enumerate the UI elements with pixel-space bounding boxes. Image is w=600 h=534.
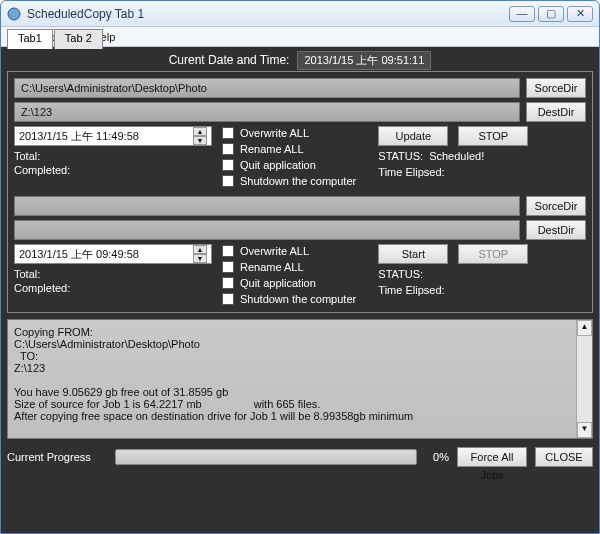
job2-shutdown-checkbox[interactable]: Shutdown the computer bbox=[222, 292, 370, 306]
svg-point-0 bbox=[8, 8, 20, 20]
scroll-down-icon[interactable]: ▼ bbox=[577, 422, 592, 438]
checkbox-icon bbox=[222, 277, 234, 289]
job2-source-path[interactable] bbox=[14, 196, 520, 216]
app-window: ScheduledCopy Tab 1 — ▢ ✕ File Options H… bbox=[0, 0, 600, 534]
job2-quit-checkbox[interactable]: Quit application bbox=[222, 276, 370, 290]
job1-destdir-button[interactable]: DestDir bbox=[526, 102, 586, 122]
job2-time-up-icon[interactable]: ▲ bbox=[193, 245, 207, 254]
maximize-button[interactable]: ▢ bbox=[538, 6, 564, 22]
job1-time-up-icon[interactable]: ▲ bbox=[193, 127, 207, 136]
job2-sourcedir-button[interactable]: SorceDir bbox=[526, 196, 586, 216]
job1-overwrite-checkbox[interactable]: Overwrite ALL bbox=[222, 126, 370, 140]
checkbox-icon bbox=[222, 175, 234, 187]
job2-completed-label: Completed: bbox=[14, 282, 212, 294]
close-window-button[interactable]: ✕ bbox=[567, 6, 593, 22]
job1-quit-checkbox[interactable]: Quit application bbox=[222, 158, 370, 172]
job2-dest-path[interactable] bbox=[14, 220, 520, 240]
job2-total-label: Total: bbox=[14, 268, 212, 280]
log-output[interactable]: Copying FROM: C:\Users\Administrator\Des… bbox=[7, 319, 593, 439]
tab-2[interactable]: Tab 2 bbox=[54, 29, 103, 49]
app-icon bbox=[7, 7, 21, 21]
datetime-row: Curent Date and Time: 2013/1/15 上午 09:51… bbox=[7, 49, 593, 71]
jobs-panel: C:\Users\Administrator\Desktop\Photo Sor… bbox=[7, 71, 593, 313]
job1-elapsed-label: Time Elipsed: bbox=[378, 166, 444, 178]
job1-time-down-icon[interactable]: ▼ bbox=[193, 136, 207, 145]
footer: Current Progress 0% Force All Jobs CLOSE bbox=[7, 447, 593, 467]
minimize-button[interactable]: — bbox=[509, 6, 535, 22]
job2-start-button[interactable]: Start bbox=[378, 244, 448, 264]
progress-bar bbox=[115, 449, 417, 465]
checkbox-icon bbox=[222, 127, 234, 139]
job2-rename-checkbox[interactable]: Rename ALL bbox=[222, 260, 370, 274]
job2-destdir-button[interactable]: DestDir bbox=[526, 220, 586, 240]
checkbox-icon bbox=[222, 245, 234, 257]
job2-overwrite-checkbox[interactable]: Overwrite ALL bbox=[222, 244, 370, 258]
datetime-value: 2013/1/15 上午 09:51:11 bbox=[297, 51, 431, 70]
close-button[interactable]: CLOSE bbox=[535, 447, 593, 467]
job1-shutdown-checkbox[interactable]: Shutdown the computer bbox=[222, 174, 370, 188]
tab-1[interactable]: Tab1 bbox=[7, 29, 53, 49]
progress-label: Current Progress bbox=[7, 451, 107, 463]
titlebar[interactable]: ScheduledCopy Tab 1 — ▢ ✕ bbox=[1, 1, 599, 27]
job1-status-value: Scheduled! bbox=[429, 150, 484, 162]
job2-elapsed-label: Time Elipsed: bbox=[378, 284, 444, 296]
job1-rename-checkbox[interactable]: Rename ALL bbox=[222, 142, 370, 156]
checkbox-icon bbox=[222, 159, 234, 171]
force-all-jobs-button[interactable]: Force All Jobs bbox=[457, 447, 527, 467]
log-scrollbar[interactable]: ▲ ▼ bbox=[576, 320, 592, 438]
job1-schedule-time[interactable]: 2013/1/15 上午 11:49:58 ▲ ▼ bbox=[14, 126, 212, 146]
job2-status-label: STATUS: bbox=[378, 268, 423, 280]
job1-source-path[interactable]: C:\Users\Administrator\Desktop\Photo bbox=[14, 78, 520, 98]
job1-schedule-time-value: 2013/1/15 上午 11:49:58 bbox=[19, 129, 139, 144]
job1-sourcedir-button[interactable]: SorceDir bbox=[526, 78, 586, 98]
scroll-up-icon[interactable]: ▲ bbox=[577, 320, 592, 336]
job1-total-label: Total: bbox=[14, 150, 212, 162]
job2-time-down-icon[interactable]: ▼ bbox=[193, 254, 207, 263]
job1-status-label: STATUS: bbox=[378, 150, 423, 162]
window-title: ScheduledCopy Tab 1 bbox=[27, 7, 144, 21]
job1-completed-label: Completed: bbox=[14, 164, 212, 176]
tabstrip: Tab1 Tab 2 bbox=[7, 29, 593, 49]
job2-schedule-time-value: 2013/1/15 上午 09:49:58 bbox=[19, 247, 139, 262]
checkbox-icon bbox=[222, 261, 234, 273]
job1-update-button[interactable]: Update bbox=[378, 126, 448, 146]
progress-percent: 0% bbox=[425, 451, 449, 463]
job1-dest-path[interactable]: Z:\123 bbox=[14, 102, 520, 122]
job2-stop-button[interactable]: STOP bbox=[458, 244, 528, 264]
content-area: Tab1 Tab 2 Curent Date and Time: 2013/1/… bbox=[1, 47, 599, 533]
job2-schedule-time[interactable]: 2013/1/15 上午 09:49:58 ▲ ▼ bbox=[14, 244, 212, 264]
datetime-label: Curent Date and Time: bbox=[169, 53, 290, 67]
job1-stop-button[interactable]: STOP bbox=[458, 126, 528, 146]
scroll-track[interactable] bbox=[577, 336, 592, 422]
checkbox-icon bbox=[222, 143, 234, 155]
checkbox-icon bbox=[222, 293, 234, 305]
